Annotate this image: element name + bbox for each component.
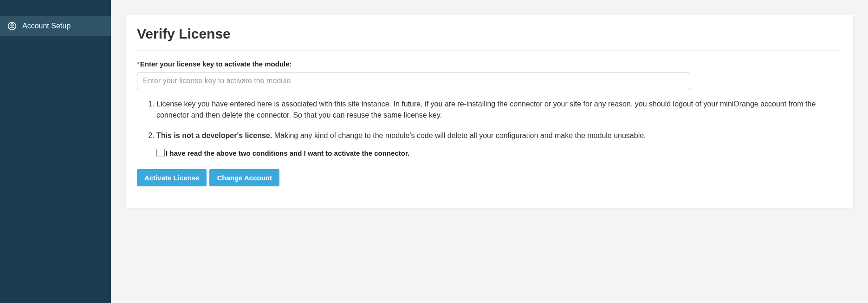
verify-license-card: Verify License *Enter your license key t… xyxy=(126,15,853,208)
license-key-label: *Enter your license key to activate the … xyxy=(137,60,842,68)
license-key-label-text: Enter your license key to activate the m… xyxy=(140,60,292,68)
agree-label[interactable]: I have read the above two conditions and… xyxy=(166,149,409,157)
license-notes-list: License key you have entered here is ass… xyxy=(156,99,842,141)
agree-row: I have read the above two conditions and… xyxy=(156,149,842,157)
activate-license-button[interactable]: Activate License xyxy=(137,169,207,186)
license-note-1: License key you have entered here is ass… xyxy=(156,99,842,121)
license-note-2-rest: Making any kind of change to the module'… xyxy=(272,132,646,139)
sidebar-item-account-setup[interactable]: Account Setup xyxy=(0,16,111,36)
user-circle-icon xyxy=(7,21,17,31)
svg-point-1 xyxy=(11,24,13,26)
button-row: Activate License Change Account xyxy=(137,169,842,186)
sidebar-spacer xyxy=(0,0,111,16)
main-content: Verify License *Enter your license key t… xyxy=(111,0,868,303)
change-account-button[interactable]: Change Account xyxy=(209,169,279,186)
license-key-input[interactable] xyxy=(137,72,690,89)
required-marker: * xyxy=(137,60,140,68)
sidebar-item-label: Account Setup xyxy=(22,22,71,30)
agree-checkbox[interactable] xyxy=(156,149,165,157)
sidebar: Account Setup xyxy=(0,0,111,303)
license-note-2-bold: This is not a developer's license. xyxy=(156,132,272,139)
license-note-2: This is not a developer's license. Makin… xyxy=(156,130,842,141)
page-title: Verify License xyxy=(137,26,842,51)
